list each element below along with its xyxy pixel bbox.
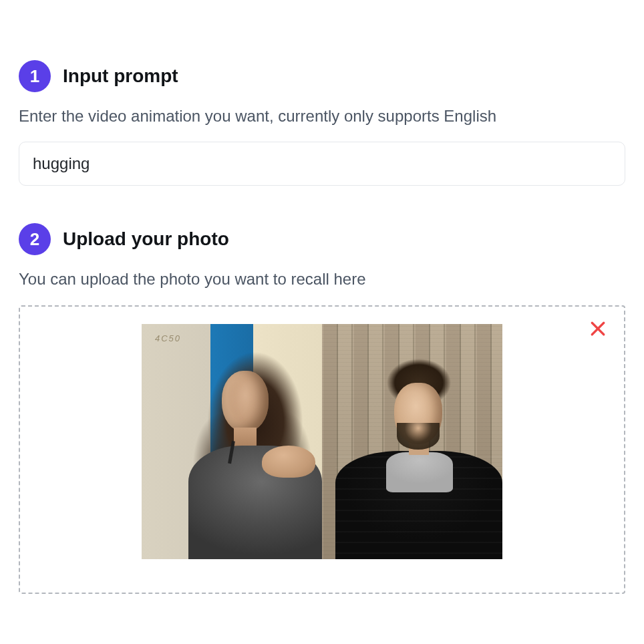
- uploaded-photo: 4C50: [142, 324, 502, 559]
- step-2-description: You can upload the photo you want to rec…: [19, 269, 625, 290]
- step-1-title: Input prompt: [63, 65, 178, 87]
- step-2-title: Upload your photo: [63, 228, 229, 250]
- step-1-heading: 1 Input prompt: [19, 60, 625, 92]
- page: 1 Input prompt Enter the video animation…: [0, 0, 644, 644]
- step-2-badge: 2: [19, 223, 51, 255]
- step-1-description: Enter the video animation you want, curr…: [19, 106, 625, 127]
- prompt-input[interactable]: [19, 142, 625, 186]
- uploaded-photo-left: 4C50: [142, 324, 322, 559]
- step-2-section: 2 Upload your photo You can upload the p…: [19, 223, 625, 593]
- close-icon: [588, 319, 608, 339]
- photo-upload-zone[interactable]: 4C50: [19, 305, 625, 594]
- remove-photo-button[interactable]: [587, 317, 609, 340]
- step-1-badge: 1: [19, 60, 51, 92]
- step-2-heading: 2 Upload your photo: [19, 223, 625, 255]
- uploaded-photo-right: [322, 324, 502, 559]
- step-1-section: 1 Input prompt Enter the video animation…: [19, 60, 625, 186]
